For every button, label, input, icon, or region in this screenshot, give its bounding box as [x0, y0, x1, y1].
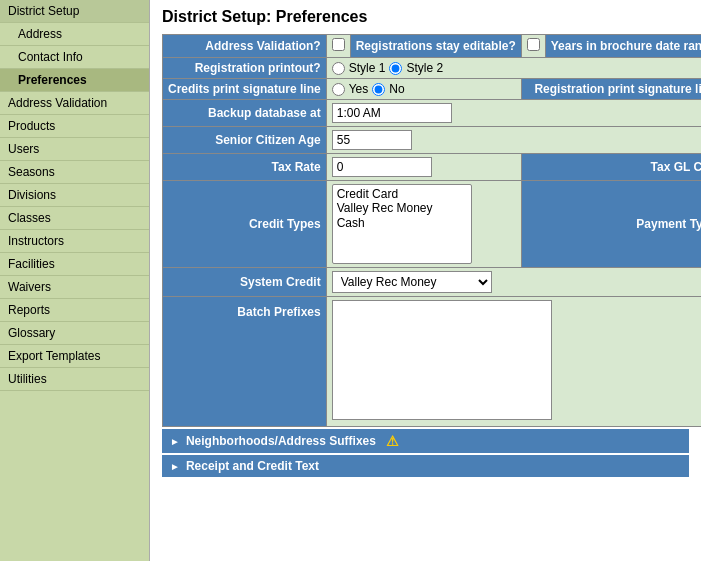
credit-type-option-3: Cash	[337, 216, 467, 230]
sidebar-item-instructors[interactable]: Instructors	[0, 230, 149, 253]
neighborhoods-arrow-icon: ►	[170, 436, 180, 447]
payment-types-label: Payment Types	[521, 181, 701, 268]
neighborhoods-section-bar[interactable]: ► Neighborhoods/Address Suffixes ⚠	[162, 429, 689, 453]
reg-print-sig-label: Registration print signature line	[521, 79, 701, 100]
registrations-editable-checkbox[interactable]	[527, 38, 540, 51]
credit-types-cell: Credit Card Valley Rec Money Cash	[326, 181, 521, 268]
sidebar-item-users[interactable]: Users	[0, 138, 149, 161]
senior-citizen-cell: 55	[326, 127, 701, 154]
tax-gl-label: Tax GL Code	[521, 154, 701, 181]
receipt-label: Receipt and Credit Text	[186, 459, 319, 473]
receipt-arrow-icon: ►	[170, 461, 180, 472]
sidebar-item-export-templates[interactable]: Export Templates	[0, 345, 149, 368]
credits-sig-no-radio[interactable]	[372, 83, 385, 96]
printout-radio-group: Style 1 Style 2	[332, 61, 701, 75]
tax-rate-label: Tax Rate	[163, 154, 327, 181]
batch-prefixes-cell	[326, 297, 701, 427]
style1-radio[interactable]	[332, 62, 345, 75]
style2-radio[interactable]	[389, 62, 402, 75]
preferences-form: Address Validation? Registrations stay e…	[162, 34, 701, 427]
sidebar-item-address-validation[interactable]: Address Validation	[0, 92, 149, 115]
registration-printout-label: Registration printout?	[163, 58, 327, 79]
sidebar-item-reports[interactable]: Reports	[0, 299, 149, 322]
sidebar-item-address[interactable]: Address	[0, 23, 149, 46]
system-credit-label: System Credit	[163, 268, 327, 297]
senior-citizen-label: Senior Citizen Age	[163, 127, 327, 154]
warning-icon: ⚠	[386, 433, 399, 449]
credit-types-label: Credit Types	[163, 181, 327, 268]
sidebar-item-facilities[interactable]: Facilities	[0, 253, 149, 276]
credit-types-listbox[interactable]: Credit Card Valley Rec Money Cash	[332, 184, 472, 264]
sidebar: District Setup Address Contact Info Pref…	[0, 0, 150, 561]
sidebar-item-contact-info[interactable]: Contact Info	[0, 46, 149, 69]
tax-rate-cell: 0	[326, 154, 521, 181]
registrations-editable-checkbox-cell	[521, 35, 545, 58]
system-credit-cell: Valley Rec Money Credit Card Cash	[326, 268, 701, 297]
sidebar-item-classes[interactable]: Classes	[0, 207, 149, 230]
credit-type-option-1: Credit Card	[337, 187, 467, 201]
sidebar-item-glossary[interactable]: Glossary	[0, 322, 149, 345]
backup-input[interactable]: 1:00 AM	[332, 103, 452, 123]
address-validation-checkbox-cell	[326, 35, 350, 58]
backup-cell: 1:00 AM	[326, 100, 701, 127]
credits-sig-no-label: No	[389, 82, 404, 96]
credits-sig-yes-radio[interactable]	[332, 83, 345, 96]
registration-printout-cell: Style 1 Style 2	[326, 58, 701, 79]
sidebar-item-utilities[interactable]: Utilities	[0, 368, 149, 391]
page-title: District Setup: Preferences	[162, 8, 689, 26]
system-credit-select[interactable]: Valley Rec Money Credit Card Cash	[332, 271, 492, 293]
credit-type-option-2: Valley Rec Money	[337, 201, 467, 215]
sidebar-item-waivers[interactable]: Waivers	[0, 276, 149, 299]
batch-prefixes-label: Batch Prefixes	[163, 297, 327, 427]
tax-rate-input[interactable]: 0	[332, 157, 432, 177]
neighborhoods-label: Neighborhoods/Address Suffixes	[186, 434, 376, 448]
backup-label: Backup database at	[163, 100, 327, 127]
style2-label: Style 2	[406, 61, 443, 75]
registrations-editable-label: Registrations stay editable?	[350, 35, 521, 58]
batch-prefixes-textarea[interactable]	[332, 300, 552, 420]
address-validation-checkbox[interactable]	[332, 38, 345, 51]
sidebar-item-seasons[interactable]: Seasons	[0, 161, 149, 184]
senior-citizen-input[interactable]: 55	[332, 130, 412, 150]
credits-signature-label: Credits print signature line	[163, 79, 327, 100]
credits-sig-yes-label: Yes	[349, 82, 369, 96]
receipt-section-bar[interactable]: ► Receipt and Credit Text	[162, 455, 689, 477]
sidebar-item-products[interactable]: Products	[0, 115, 149, 138]
credits-sig-radio-group: Yes No	[332, 82, 516, 96]
sidebar-item-district-setup[interactable]: District Setup	[0, 0, 149, 23]
main-content: District Setup: Preferences Address Vali…	[150, 0, 701, 561]
credits-signature-cell: Yes No	[326, 79, 521, 100]
years-brochure-label: Years in brochure date range?	[545, 35, 701, 58]
style1-label: Style 1	[349, 61, 386, 75]
sidebar-item-preferences[interactable]: Preferences	[0, 69, 149, 92]
sidebar-item-divisions[interactable]: Divisions	[0, 184, 149, 207]
address-validation-label: Address Validation?	[163, 35, 327, 58]
